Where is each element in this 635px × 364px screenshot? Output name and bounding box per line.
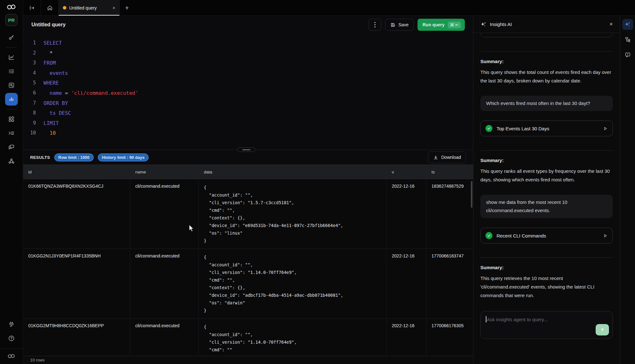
search-preview-icon [8,82,15,89]
results-toolbar: RESULTS Row limit : 1000 History limit :… [23,150,473,165]
insights-input[interactable]: Ask insights agent to query... [480,311,613,339]
editor-line: 7 ORDER BY [23,98,473,108]
editor-line: 1 SELECT [23,38,473,48]
tab-untitled-query[interactable]: Untitled query × [59,0,120,16]
sidebar-item-events[interactable] [5,65,18,78]
download-button[interactable]: Download [428,152,466,163]
new-tab-button[interactable]: + [120,0,134,16]
sidebar-footer [0,348,23,364]
strip-item-feedback[interactable] [622,49,633,60]
main-panel: Untitled query Save Run query [23,16,473,364]
send-button[interactable] [596,324,609,335]
run-query-button[interactable]: Run query ⌘ ↵ [418,19,465,31]
results-title: RESULTS [30,155,50,160]
splitter-drag-handle[interactable] [237,147,256,152]
section-divider [480,51,613,52]
user-question-bubble: Which events fired most often in the las… [480,96,613,111]
collapse-sidebar-button[interactable] [23,0,41,16]
editor-line: 4 events [23,68,473,78]
sidebar-divider [6,47,17,48]
cell-name: cli/command.executed [130,319,199,356]
sparkles-icon [625,21,631,28]
sidebar-item-integrations[interactable] [5,318,18,331]
editor-line: 6 name = 'cli/command.executed' [23,88,473,98]
saved-query-card[interactable]: Top Events Last 30 Days [480,120,613,136]
insights-header: Insights AI × [473,16,620,33]
tab-close-icon[interactable]: × [112,5,115,10]
table-row: 01K66TQNZA3WFBQ8XN2KXSG4CJ cli/command.e… [23,179,473,249]
sidebar-item-apps[interactable] [5,113,18,126]
text-caret [486,316,486,322]
home-button[interactable] [41,0,59,16]
sidebar-item-webhooks[interactable] [5,155,18,167]
cell-name: cli/command.executed [130,249,199,318]
unsaved-dot-icon [63,6,66,10]
table-scrollbar[interactable] [471,181,472,208]
download-icon [433,155,438,160]
saved-query-card[interactable]: Recent CLI Commands [480,228,613,244]
sidebar-item-search[interactable] [5,79,18,92]
summary-label: Summary: [480,158,613,163]
cell-v: 2022-12-16 [387,319,426,356]
sidebar-divider [6,109,17,109]
saved-query-label: Top Events Last 30 Days [497,126,549,131]
line-number: 9 [23,118,36,128]
key-icon [8,34,15,41]
app-logo[interactable] [5,1,18,13]
avatar[interactable]: PR [5,14,17,26]
pane-splitter [23,150,473,150]
bar-chart-icon [8,96,15,103]
editor-line: 5 WHERE [23,78,473,88]
home-icon [47,5,53,11]
column-header-name: name [130,165,199,179]
editor-line: 2 * [23,48,473,58]
more-options-button[interactable] [369,19,381,31]
section-divider [480,257,613,258]
summary-text: This query shows the total count of even… [480,68,613,85]
cell-v: 2022-12-16 [387,179,426,249]
history-limit-pill[interactable]: History limit : 90 days [98,153,149,161]
line-number: 8 [23,108,36,118]
save-icon [390,22,396,28]
summary-text: This query ranks all event types by freq… [480,167,613,184]
table-row: 01KGG2N1J3Y0ENP1R4F1335BNH cli/command.e… [23,249,473,319]
cell-ts: 1770066183747 [426,249,473,318]
sparkles-icon [480,21,487,28]
collapse-panel-icon [29,5,35,11]
strip-item-insights-ai[interactable] [622,19,633,30]
clipped-action-card[interactable] [480,33,613,37]
line-number: 5 [23,78,36,88]
query-header: Untitled query Save Run query [23,16,473,34]
apps-grid-icon [8,116,15,123]
mouse-cursor [189,224,196,232]
results-table-header: id name data v ts [23,165,473,179]
cell-data: { "account_id": "", "cli_version": "1.14… [199,319,387,356]
editor-line: 10 10 [23,128,473,138]
insights-title: Insights AI [490,22,512,27]
strip-item-schema[interactable] [622,34,633,45]
right-icon-strip [620,16,635,364]
table-row: 01KGG2MT9H8H8CCDQ0ZK16BEPP cli/command.e… [23,319,473,356]
line-chart-icon [8,54,15,61]
sidebar-item-support[interactable] [5,141,18,153]
sql-editor[interactable]: 1 SELECT 2 * 3 FROM 4 events 5 WHERE 6 n… [23,34,473,150]
insights-scroll-area: Summary: This query shows the total coun… [473,33,620,364]
sidebar-item-keys[interactable] [5,31,18,44]
line-number: 1 [23,38,36,48]
line-number: 2 [23,48,36,58]
cell-id: 01K66TQNZA3WFBQ8XN2KXSG4CJ [23,179,130,249]
sidebar-item-insights-active[interactable] [5,93,18,106]
play-icon[interactable] [603,233,608,238]
sidebar-item-help[interactable] [5,332,18,345]
sidebar-item-metrics[interactable] [5,51,18,64]
cell-name: cli/command.executed [130,179,199,249]
cell-ts: 1770066176305 [426,319,473,356]
play-icon[interactable] [603,126,608,131]
terminal-icon [8,130,15,137]
cell-data: { "account_id": "", "cli_version": "1.14… [199,249,387,318]
save-button[interactable]: Save [385,19,414,31]
sidebar-item-functions[interactable] [5,127,18,140]
row-limit-pill[interactable]: Row limit : 1000 [54,153,94,161]
close-icon[interactable]: × [609,21,613,28]
cell-ts: 1836274887529 [426,179,473,249]
